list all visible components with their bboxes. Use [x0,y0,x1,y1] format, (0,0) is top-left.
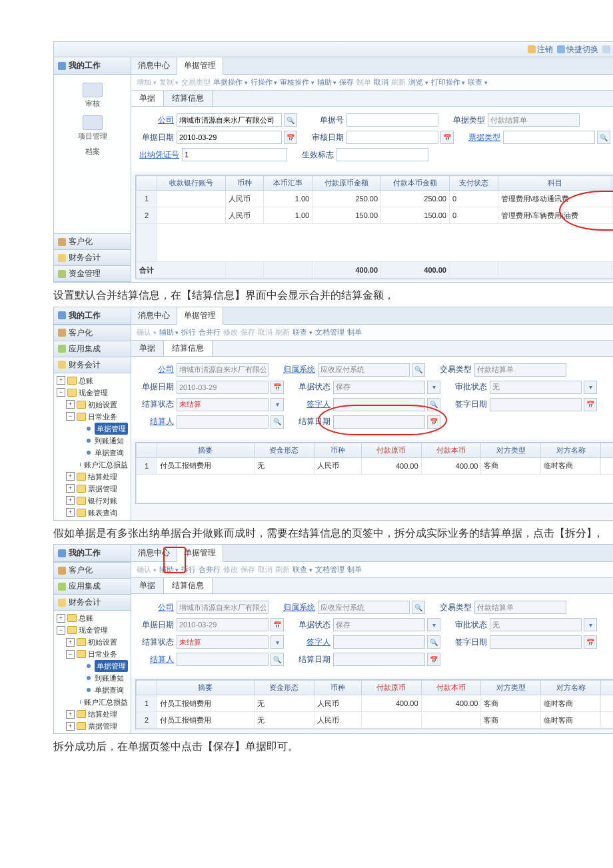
subtab-bill[interactable]: 单据 [131,341,164,356]
table-row[interactable]: 1 人民币 1.00 250.00 250.00 0 管理费用\移动通讯费 [137,191,614,207]
sidebar-foot-finance[interactable]: 财务会计 [54,357,131,373]
col-subject[interactable]: 科目 [498,176,612,191]
col-abstract[interactable]: 摘要 [157,443,255,457]
tb-docmgmt[interactable]: 文档管理 [315,327,344,337]
pick-state[interactable]: ▾ [271,635,284,649]
subtab-bill[interactable]: 单据 [131,578,164,593]
tree-leaf[interactable]: 单据查询 [57,447,128,459]
tb-refresh[interactable]: 刷新 [275,327,290,337]
tb-save[interactable]: 保存 [241,327,255,337]
tb-txtype[interactable]: 交易类型 [181,77,211,87]
col-oppname[interactable]: 对方名称 [541,681,601,695]
col-currency[interactable]: 币种 [225,176,264,191]
col-fundform[interactable]: 资金形态 [254,681,314,695]
nav-tree[interactable]: +总账 −现金管理 +初始设置 −日常业务 单据管理 到账通知 单据查询 账户汇… [54,373,131,520]
col-paylocal[interactable]: 付款本币金额 [381,176,450,191]
col-paystate[interactable]: 支付状态 [449,176,498,191]
inp-cashno[interactable] [182,148,287,161]
tb-cancel[interactable]: 取消 [258,327,273,337]
tb-copy[interactable]: 复制 [159,77,179,87]
table-row[interactable]: 1 付员工报销费用 无 人民币 400.00 400.00 客商 临时客商 [137,457,614,474]
tree-leaf[interactable]: 到账通知 [57,435,128,447]
tree-node[interactable]: +银行对账 [57,495,128,507]
tb-docmgmt[interactable]: 文档管理 [315,565,344,575]
col-opptype[interactable]: 对方类型 [481,681,541,695]
tree-leaf[interactable]: 到账通知 [57,672,128,684]
tree-leaf-billmgmt[interactable]: 单据管理 [57,423,128,435]
pick-person[interactable]: 🔍 [271,415,284,429]
tb-confirm[interactable]: 确认 [137,327,157,337]
tree-node[interactable]: −日常业务 [57,411,128,423]
tb-link[interactable]: 联查 [468,77,488,87]
tree-leaf[interactable]: 单据查询 [57,684,128,696]
tb-auditop[interactable]: 审核操作 [280,77,314,87]
detail-grid[interactable]: 收款银行账号 币种 本币汇率 付款原币金额 付款本币金额 支付状态 科目 房地产… [135,175,613,279]
tree-leaf[interactable]: 账户汇总损益 [57,696,128,708]
pick-adate[interactable]: 📅 [584,635,597,649]
pick-signer[interactable]: 🔍 [427,635,440,649]
tb-link[interactable]: 联查 [293,565,312,575]
tb-refresh[interactable]: 刷新 [391,77,406,87]
pick-sys[interactable]: 🔍 [412,601,425,614]
tb-cancel[interactable]: 取消 [258,565,273,575]
inp-flag[interactable] [336,148,428,161]
sidebar-foot-fund[interactable]: 资金管理 [54,266,131,282]
col-payorig[interactable]: 付款原币 [361,681,421,695]
pick-adate[interactable]: 📅 [584,398,597,411]
tree-node[interactable]: +账表查询 [57,507,128,519]
tb-link[interactable]: 联查 [293,327,312,337]
tb-assist[interactable]: 辅助 [159,327,179,337]
tb-voucher[interactable]: 制单 [347,327,362,337]
inp-billno[interactable] [346,113,438,127]
sidebar-foot-customer[interactable]: 客户化 [54,325,131,341]
col-bankacct[interactable]: 收款银行账号 [157,176,226,191]
col-fundform[interactable]: 资金形态 [254,443,314,457]
col-oppname[interactable]: 对方名称 [541,443,601,457]
col-payorig[interactable]: 付款原币金额 [312,176,381,191]
col-rate[interactable]: 本币汇率 [264,176,312,191]
table-row[interactable]: 1 付员工报销费用 无 人民币 400.00 400.00 客商 临时客商 [137,695,614,712]
inp-auditdate[interactable] [346,131,438,144]
tb-confirm[interactable]: 确认 [137,565,157,575]
pick-pjtype[interactable]: 🔍 [597,131,610,144]
tree-node[interactable]: −日常业务 [57,648,128,660]
tab-msgcenter[interactable]: 消息中心 [131,57,177,74]
col-currency[interactable]: 币种 [314,443,361,457]
sidebar-foot-finance[interactable]: 财务会计 [54,595,131,611]
tree-node[interactable]: +总账 [57,612,128,624]
tree-node[interactable]: +结算处理 [57,471,128,483]
tree-node[interactable]: +初始设置 [57,636,128,648]
tb-rowop[interactable]: 行操作 [251,77,278,87]
tb-save[interactable]: 保存 [241,565,255,575]
tb-merge[interactable]: 合并行 [199,327,221,337]
pick-company[interactable]: 🔍 [284,113,297,127]
tree-node[interactable]: +初始设置 [57,399,128,411]
sidebar-foot-appint[interactable]: 应用集成 [54,579,131,595]
inp-company[interactable] [177,113,282,127]
tree-leaf-billmgmt[interactable]: 单据管理 [57,660,128,672]
col-rownum[interactable] [137,176,157,191]
switch-link[interactable]: 快捷切换 [557,44,598,55]
log-link[interactable]: 日志 [602,44,613,55]
tb-assist[interactable]: 辅助 [317,77,337,87]
sidebar-foot-customer[interactable]: 客户化 [54,563,131,579]
inp-date[interactable] [177,131,282,144]
col-paylocal[interactable]: 付款本币 [421,681,481,695]
col-oppbank[interactable]: 对方银行 [601,443,613,457]
tab-billmgmt[interactable]: 单据管理 [177,57,223,75]
tree-node[interactable]: +票据管理 [57,483,128,495]
tb-voucher[interactable]: 制单 [347,565,362,575]
pick-bstate[interactable]: ▾ [427,381,440,394]
pick-sdate[interactable]: 📅 [427,415,440,429]
pick-sdate[interactable]: 📅 [427,653,440,666]
col-abstract[interactable]: 摘要 [157,681,255,695]
pick-sys[interactable]: 🔍 [412,363,425,377]
col-paylocal[interactable]: 付款本币 [421,443,481,457]
col-currency[interactable]: 币种 [314,681,361,695]
pick-bstate[interactable]: ▾ [427,618,440,631]
tb-billop[interactable]: 单据操作 [213,77,248,87]
subtab-settle[interactable]: 结算信息 [164,578,213,593]
tab-billmgmt[interactable]: 单据管理 [177,307,223,325]
tb-print[interactable]: 打印操作 [431,77,466,87]
tb-voucher[interactable]: 制单 [356,77,371,87]
